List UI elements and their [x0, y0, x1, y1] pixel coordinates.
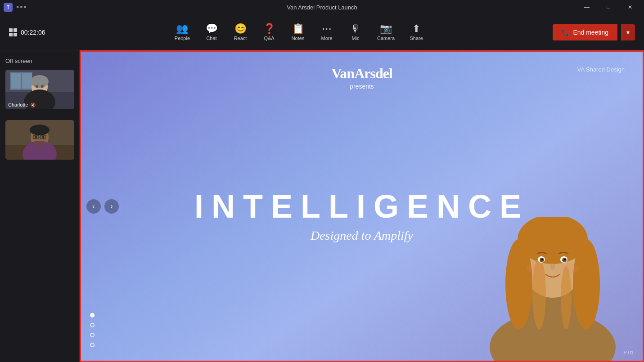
charlotte-name: Charlotte [8, 102, 28, 107]
close-button[interactable]: ✕ [620, 0, 640, 14]
toolbar: 00:22:06 👥 People 💬 Chat 😊 React ❓ Q&A 📋… [0, 14, 644, 50]
svg-point-6 [31, 75, 49, 88]
svg-point-35 [564, 259, 566, 260]
slide-dot-2[interactable] [90, 323, 95, 327]
titlebar-left: T ••• [4, 3, 27, 12]
mic-button[interactable]: 🎙 Mic [342, 20, 369, 45]
charlotte-muted-icon: 🔇 [30, 103, 36, 107]
svg-point-37 [527, 264, 543, 273]
participant2-silhouette [5, 120, 74, 160]
qa-icon: ❓ [263, 24, 275, 34]
share-label: Share [410, 36, 423, 41]
qa-label: Q&A [264, 36, 274, 41]
chat-icon: 💬 [206, 24, 218, 34]
svg-point-20 [33, 141, 46, 146]
main-content: Off screen [0, 50, 644, 362]
qa-button[interactable]: ❓ Q&A [256, 20, 283, 45]
minimize-button[interactable]: — [576, 0, 597, 14]
svg-point-18 [35, 136, 37, 139]
notes-icon: 📋 [292, 24, 304, 34]
slide-brand: VanArsdel presents [331, 65, 392, 90]
svg-point-29 [561, 266, 572, 329]
camera-label: Camera [377, 36, 395, 41]
titlebar: T ••• Van Arsdel Product Launch — □ ✕ [0, 0, 644, 14]
slide-headline: INTELLIGENCE [194, 188, 529, 225]
participant-thumb-2[interactable] [5, 120, 74, 160]
slide-dot-1[interactable] [90, 313, 95, 317]
titlebar-more-icon[interactable]: ••• [16, 3, 27, 12]
slide-tagline: Designed to Amplify [194, 228, 529, 243]
more-icon: ⋯ [322, 24, 332, 34]
more-label: More [321, 36, 332, 41]
sidebar: Off screen [0, 50, 80, 362]
slide-dots [90, 313, 95, 347]
people-label: People [175, 36, 190, 41]
toolbar-center: 👥 People 💬 Chat 😊 React ❓ Q&A 📋 Notes ⋯ … [168, 20, 430, 45]
share-icon: ⬆ [412, 24, 420, 34]
titlebar-title: Van Arsdel Product Launch [287, 4, 357, 11]
svg-point-34 [541, 259, 543, 260]
react-icon: 😊 [234, 24, 247, 34]
toolbar-right: 📞 End meeting ▾ [553, 24, 635, 40]
slide-person-image [490, 217, 616, 361]
end-meeting-chevron-button[interactable]: ▾ [621, 24, 635, 40]
svg-point-27 [573, 239, 600, 329]
react-label: React [234, 36, 247, 41]
camera-icon: 📷 [380, 24, 392, 34]
end-meeting-label: End meeting [573, 29, 608, 36]
svg-point-8 [36, 85, 38, 88]
svg-point-9 [41, 85, 44, 88]
slide: VanArsdel presents VA Shared Design INTE… [81, 52, 643, 361]
toolbar-left: 00:22:06 [9, 28, 45, 36]
mic-label: Mic [351, 36, 359, 41]
svg-rect-3 [11, 73, 21, 89]
meeting-timer: 00:22:06 [9, 28, 45, 36]
svg-point-13 [30, 125, 50, 135]
react-button[interactable]: 😊 React [227, 20, 254, 45]
people-button[interactable]: 👥 People [168, 20, 196, 45]
people-icon: 👥 [176, 24, 188, 34]
camera-button[interactable]: 📷 Camera [371, 20, 401, 45]
svg-point-36 [550, 263, 555, 270]
notes-label: Notes [292, 36, 305, 41]
slide-brand-sub: presents [331, 83, 392, 90]
slide-page-num: P 01 [624, 350, 634, 355]
grid-icon [9, 28, 17, 36]
phone-icon: 📞 [562, 29, 569, 36]
chat-button[interactable]: 💬 Chat [198, 20, 225, 45]
mic-icon: 🎙 [351, 24, 360, 34]
notes-button[interactable]: 📋 Notes [284, 20, 311, 45]
slide-va-label: VA Shared Design [577, 66, 625, 73]
off-screen-label: Off screen [5, 56, 74, 66]
maximize-button[interactable]: □ [598, 0, 619, 14]
slide-prev-button[interactable]: ‹ [86, 199, 101, 214]
charlotte-name-label: Charlotte 🔇 [8, 102, 36, 107]
svg-point-38 [563, 264, 579, 273]
svg-point-26 [505, 239, 532, 329]
titlebar-controls: — □ ✕ [576, 0, 640, 14]
slide-brand-name: VanArsdel [331, 65, 392, 82]
slide-next-button[interactable]: › [104, 199, 119, 214]
presenter-person-svg [490, 217, 616, 361]
svg-rect-4 [22, 73, 32, 89]
slide-main-text: INTELLIGENCE Designed to Amplify [194, 188, 529, 243]
presentation-area: VanArsdel presents VA Shared Design INTE… [80, 50, 644, 362]
slide-dot-3[interactable] [90, 333, 95, 337]
slide-dot-4[interactable] [90, 343, 95, 347]
end-meeting-button[interactable]: 📞 End meeting [553, 24, 617, 40]
participant-thumb-charlotte[interactable]: Charlotte 🔇 [5, 70, 74, 109]
share-button[interactable]: ⬆ Share [403, 20, 430, 45]
timer-display: 00:22:06 [21, 29, 45, 36]
chat-label: Chat [206, 36, 216, 41]
participant2-video [5, 120, 74, 160]
svg-point-19 [42, 136, 45, 139]
teams-logo: T [4, 3, 13, 12]
more-button[interactable]: ⋯ More [313, 20, 340, 45]
